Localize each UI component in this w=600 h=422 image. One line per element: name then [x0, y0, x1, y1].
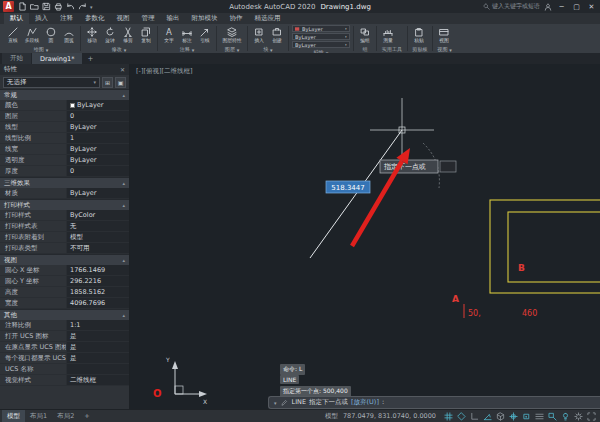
qat-plot-button[interactable]: [52, 1, 64, 12]
ribbon-button-trim[interactable]: 修剪: [120, 27, 136, 43]
ribbon-tab[interactable]: 注释: [54, 13, 79, 24]
object-properties-dropdown[interactable]: ByLayer▾: [292, 33, 350, 40]
ribbon-button-text[interactable]: A文字: [161, 27, 177, 43]
ribbon-button-leader[interactable]: 引线: [197, 27, 213, 43]
ribbon-panel-title[interactable]: 实用工具: [382, 46, 402, 53]
ribbon-button-view[interactable]: 视图: [436, 27, 452, 43]
property-value[interactable]: [66, 364, 129, 374]
property-value[interactable]: 296.2216: [66, 276, 129, 286]
ribbon-panel-title[interactable]: 注释▾: [165, 46, 209, 53]
object-snap-tracking-toggle[interactable]: [507, 411, 520, 422]
dynamic-input-toggle[interactable]: [546, 411, 559, 422]
palette-title-bar[interactable]: 特性 ✕: [0, 64, 129, 75]
ribbon-panel-title[interactable]: 剪贴板: [412, 46, 427, 53]
file-tab[interactable]: 开始: [2, 53, 31, 64]
property-value[interactable]: 二维线框: [66, 375, 129, 385]
object-snap-toggle[interactable]: [520, 411, 533, 422]
lineweight-display-toggle[interactable]: [533, 411, 546, 422]
property-value[interactable]: 1: [66, 133, 129, 143]
ribbon-button-layer-properties[interactable]: 图层特性: [220, 27, 244, 43]
palette-section-header[interactable]: 视图▴: [0, 254, 129, 265]
property-value[interactable]: 是: [66, 353, 129, 363]
ribbon-button-insert-block[interactable]: 插入: [251, 27, 267, 43]
ribbon-button-dimension[interactable]: 标注: [179, 27, 195, 43]
property-value[interactable]: ByLayer: [66, 100, 129, 110]
clean-screen-toggle[interactable]: [585, 411, 598, 422]
property-value[interactable]: 1766.1469: [66, 265, 129, 275]
annotation-visibility-toggle[interactable]: [559, 411, 572, 422]
qat-redo-button[interactable]: [76, 1, 88, 12]
qat-new-button[interactable]: [16, 1, 28, 12]
property-value[interactable]: 4096.7696: [66, 298, 129, 308]
property-value[interactable]: 0: [66, 166, 129, 176]
object-properties-dropdown[interactable]: ByLayer▾: [292, 41, 350, 48]
layout-tab[interactable]: +: [79, 410, 94, 422]
qat-open-button[interactable]: [28, 1, 40, 12]
ribbon-tab[interactable]: 协作: [224, 13, 249, 24]
property-value[interactable]: ByLayer: [66, 188, 129, 198]
viewport-controls[interactable]: [-][俯视][二维线框]: [136, 67, 193, 76]
ribbon-panel-title[interactable]: 图层▾: [222, 46, 242, 53]
ribbon-panel-title[interactable]: 视图▾: [437, 46, 451, 53]
ribbon-tab[interactable]: 管理: [136, 13, 161, 24]
property-value[interactable]: 模型: [66, 232, 129, 242]
ribbon-tab[interactable]: 插入: [29, 13, 54, 24]
isometric-drafting-toggle[interactable]: [494, 411, 507, 422]
property-value[interactable]: 0: [66, 111, 129, 121]
property-value[interactable]: ByLayer: [66, 155, 129, 165]
palette-close-icon[interactable]: ✕: [120, 66, 125, 73]
ribbon-panel-title[interactable]: 组: [358, 46, 372, 53]
polar-tracking-toggle[interactable]: [481, 411, 494, 422]
account-icon[interactable]: [544, 3, 552, 11]
drawing-canvas[interactable]: 518.3447 指定下一点或 B A 50, 460: [130, 64, 600, 409]
layout-tab[interactable]: 布局1: [25, 410, 52, 422]
ribbon-button-rotate[interactable]: 旋转: [102, 27, 118, 43]
layout-tab[interactable]: 布局2: [52, 410, 79, 422]
ortho-mode-toggle[interactable]: [468, 411, 481, 422]
ribbon-button-measure[interactable]: 测量: [380, 27, 396, 43]
property-value[interactable]: ByLayer: [66, 144, 129, 154]
snap-mode-toggle[interactable]: [455, 411, 468, 422]
selection-dropdown[interactable]: 无选择 ▾: [3, 77, 100, 88]
ribbon-button-group[interactable]: 编组: [357, 27, 373, 43]
ribbon-panel-title[interactable]: 绘图▾: [10, 46, 71, 53]
search-input[interactable]: 键入关键字或短语: [483, 2, 540, 11]
ribbon-tab[interactable]: 默认: [4, 13, 29, 24]
ribbon-tab[interactable]: 参数化: [79, 13, 111, 24]
ribbon-button-create-block[interactable]: 创建: [269, 27, 285, 43]
qat-undo-button[interactable]: [64, 1, 76, 12]
ribbon-panel-title[interactable]: 块▾: [254, 46, 283, 53]
command-line[interactable]: ▾ LINE 指定下一点或 [放弃(U)] :: [268, 396, 600, 409]
palette-section-header[interactable]: 三维效果▴: [0, 177, 129, 188]
property-value[interactable]: 是: [66, 342, 129, 352]
ribbon-button-paste[interactable]: 粘贴: [411, 27, 427, 43]
qat-chevron-down-icon[interactable]: ▾: [90, 4, 93, 10]
qat-save-button[interactable]: [40, 1, 52, 12]
property-value[interactable]: 无: [66, 221, 129, 231]
ribbon-button-copy[interactable]: 复制: [138, 27, 154, 43]
model-space-toggle[interactable]: 模型: [325, 412, 338, 421]
palette-section-header[interactable]: 常规▴: [0, 89, 129, 100]
workspace-settings-toggle[interactable]: [572, 411, 585, 422]
ribbon-tab[interactable]: 视图: [111, 13, 136, 24]
grid-display-toggle[interactable]: [442, 411, 455, 422]
property-value[interactable]: 1:1: [66, 320, 129, 330]
property-value[interactable]: ByColor: [66, 210, 129, 220]
ribbon-button-arc[interactable]: 圆弧: [61, 27, 77, 43]
file-tab[interactable]: Drawing1*: [32, 53, 82, 64]
minimize-button[interactable]: ─: [556, 3, 567, 11]
coordinate-input-field[interactable]: [440, 161, 456, 172]
close-button[interactable]: ✕: [586, 3, 597, 11]
property-value[interactable]: 是: [66, 331, 129, 341]
ribbon-button-polyline[interactable]: 多段线: [23, 27, 41, 43]
palette-section-header[interactable]: 其他▴: [0, 309, 129, 320]
palette-section-header[interactable]: 打印样式▴: [0, 199, 129, 210]
select-objects-button[interactable]: ▣: [115, 77, 126, 88]
new-drawing-tab-button[interactable]: +: [83, 53, 97, 64]
property-value[interactable]: ByLayer: [66, 122, 129, 132]
ribbon-panel-title[interactable]: 修改▾: [89, 46, 149, 53]
toggle-pickadd-button[interactable]: ⊞: [102, 77, 113, 88]
object-properties-dropdown[interactable]: ByLayer▾: [292, 25, 350, 32]
property-value[interactable]: 不可用: [66, 243, 129, 253]
ribbon-button-move[interactable]: 移动: [84, 27, 100, 43]
